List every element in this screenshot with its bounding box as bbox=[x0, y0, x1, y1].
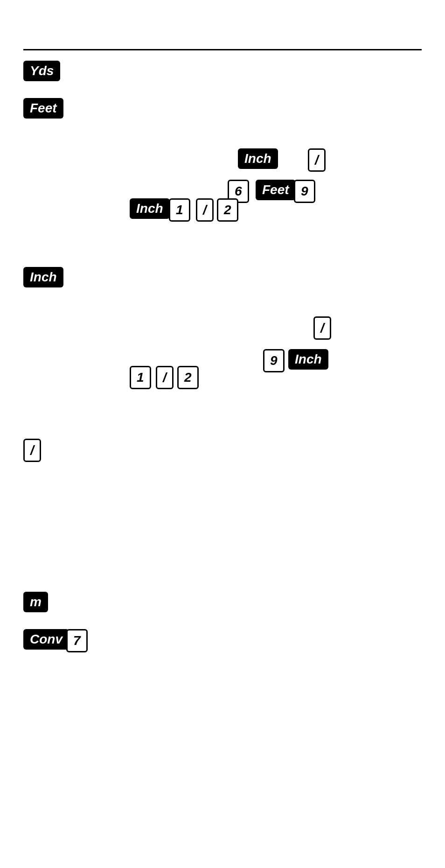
inch-badge-mid[interactable]: Inch bbox=[130, 198, 170, 219]
slash-badge-lone[interactable]: / bbox=[23, 439, 41, 462]
one-badge-2[interactable]: 1 bbox=[130, 366, 151, 389]
two-badge-2[interactable]: 2 bbox=[177, 366, 199, 389]
feet-badge-1[interactable]: Feet bbox=[23, 98, 63, 119]
inch-badge-right[interactable]: Inch bbox=[288, 349, 328, 370]
feet-badge-2[interactable]: Feet bbox=[256, 180, 296, 200]
m-badge[interactable]: m bbox=[23, 592, 48, 612]
two-badge-1[interactable]: 2 bbox=[217, 198, 238, 222]
conv-badge[interactable]: Conv bbox=[23, 629, 69, 650]
horizontal-divider bbox=[23, 49, 422, 50]
slash-badge-top-right[interactable]: / bbox=[308, 148, 326, 172]
slash-badge-2[interactable]: / bbox=[156, 366, 174, 389]
yds-badge[interactable]: Yds bbox=[23, 61, 60, 81]
one-badge-1[interactable]: 1 bbox=[169, 198, 190, 222]
nine-badge-1[interactable]: 9 bbox=[294, 180, 315, 203]
slash-badge-right[interactable]: / bbox=[313, 316, 331, 340]
slash-badge-mid[interactable]: / bbox=[196, 198, 214, 222]
seven-badge[interactable]: 7 bbox=[66, 629, 88, 652]
nine-badge-2[interactable]: 9 bbox=[263, 349, 285, 372]
inch-badge-top-right[interactable]: Inch bbox=[238, 148, 278, 169]
inch-badge-left[interactable]: Inch bbox=[23, 267, 63, 287]
